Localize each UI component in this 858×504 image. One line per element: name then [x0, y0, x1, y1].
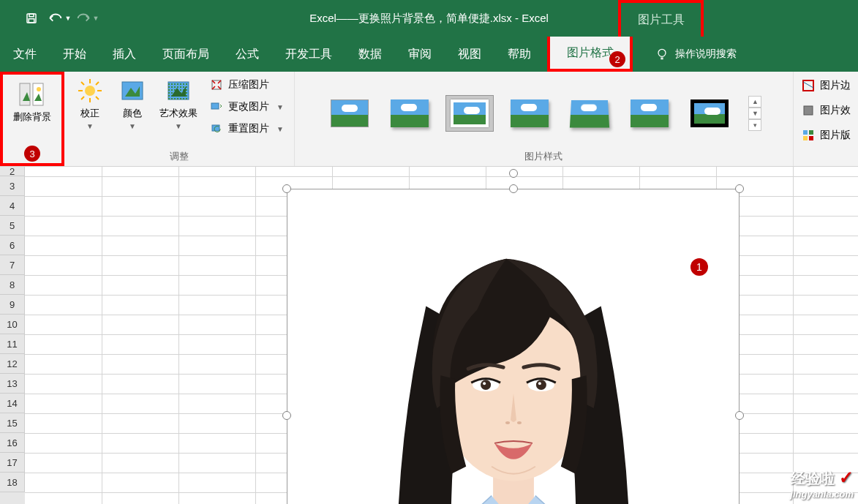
picture-border-button[interactable]: 图片边 — [797, 76, 855, 95]
row-header[interactable]: 16 — [0, 433, 25, 453]
tab-insert[interactable]: 插入 — [99, 37, 149, 72]
row-header[interactable]: 17 — [0, 453, 25, 473]
tab-developer[interactable]: 开发工具 — [272, 37, 345, 72]
row-header[interactable]: 9 — [0, 295, 25, 315]
change-picture-button[interactable]: 更改图片▼ — [205, 97, 288, 116]
picture-icon — [117, 75, 148, 106]
reset-icon — [209, 121, 224, 136]
resize-handle-mid-right[interactable] — [735, 411, 744, 420]
picture-style-2[interactable] — [385, 95, 434, 132]
remove-background-icon — [17, 79, 48, 110]
row-header[interactable]: 11 — [0, 334, 25, 354]
cell-grid[interactable]: 1 — [25, 167, 858, 504]
tab-home[interactable]: 开始 — [50, 37, 99, 72]
tab-view[interactable]: 视图 — [445, 37, 494, 72]
tab-file[interactable]: 文件 — [0, 37, 50, 72]
contextual-tab-picture-tools: 图片工具 — [618, 0, 704, 37]
svg-point-41 — [536, 380, 546, 390]
tab-review[interactable]: 审阅 — [395, 37, 445, 72]
svg-point-42 — [538, 382, 541, 385]
watermark: 经验啦 ✓ jingyanla.com — [790, 467, 854, 500]
gallery-more-button[interactable]: ▾ — [748, 119, 761, 131]
title-bar: ▼ ▼ Excel——更换照片背景色，简单便捷.xlsx - Excel 图片工… — [0, 0, 858, 37]
row-header[interactable]: 13 — [0, 374, 25, 394]
artistic-effects-button[interactable]: 艺术效果▼ — [155, 74, 202, 134]
gallery-down-button[interactable]: ▼ — [748, 108, 761, 119]
svg-rect-4 — [20, 83, 30, 105]
tell-me-search[interactable]: 操作说明搜索 — [655, 37, 737, 72]
svg-rect-32 — [803, 136, 808, 140]
tab-data[interactable]: 数据 — [345, 37, 395, 72]
row-header[interactable]: 18 — [0, 473, 25, 492]
svg-line-15 — [96, 97, 99, 99]
redo-button[interactable]: ▼ — [74, 4, 100, 33]
sun-icon — [75, 75, 105, 106]
svg-point-3 — [658, 49, 666, 56]
annotation-badge-3: 3 — [24, 146, 40, 162]
picture-style-3[interactable] — [445, 95, 494, 132]
tell-me-label: 操作说明搜索 — [675, 48, 737, 61]
picture-style-1[interactable] — [325, 95, 374, 132]
tab-page-layout[interactable]: 页面布局 — [149, 37, 222, 72]
resize-handle-top-right[interactable] — [735, 184, 744, 193]
group-adjust-label: 调整 — [170, 148, 189, 165]
picture-format-highlight: 图片格式 2 — [547, 37, 633, 72]
inserted-photo[interactable] — [287, 189, 739, 504]
remove-background-highlight: 删除背景 3 — [0, 72, 64, 166]
svg-rect-5 — [33, 83, 43, 105]
svg-line-28 — [803, 82, 813, 88]
svg-point-43 — [505, 421, 510, 424]
picture-style-5[interactable] — [565, 95, 614, 132]
row-header[interactable]: 10 — [0, 315, 25, 334]
row-header[interactable]: 14 — [0, 394, 25, 413]
resize-handle-top-left[interactable] — [282, 184, 291, 193]
svg-point-44 — [517, 421, 522, 424]
svg-rect-31 — [809, 130, 813, 135]
color-button[interactable]: 颜色▼ — [113, 74, 152, 134]
picture-effects-button[interactable]: 图片效 — [797, 101, 855, 120]
row-header[interactable]: 6 — [0, 236, 25, 255]
compress-pictures-button[interactable]: 压缩图片 — [205, 75, 288, 94]
undo-button[interactable]: ▼ — [46, 4, 72, 33]
svg-point-9 — [85, 86, 95, 96]
rotate-handle[interactable] — [509, 169, 518, 178]
picture-format-group: 图片边 图片效 图片版 — [794, 72, 858, 166]
row-header[interactable]: 5 — [0, 216, 25, 236]
resize-handle-mid-left[interactable] — [282, 411, 291, 420]
picture-style-6[interactable] — [625, 95, 674, 132]
remove-background-button[interactable]: 删除背景 — [3, 75, 61, 125]
tab-help[interactable]: 帮助 — [494, 37, 544, 72]
svg-line-14 — [81, 82, 84, 85]
svg-point-38 — [481, 380, 491, 390]
group-adjust: 校正▼ 颜色▼ 艺术效果▼ 压缩图片 更改图片▼ — [64, 72, 295, 166]
row-header[interactable]: 2 — [0, 167, 25, 176]
quick-access-toolbar: ▼ ▼ — [0, 4, 100, 33]
gallery-up-button[interactable]: ▲ — [748, 96, 761, 108]
svg-rect-33 — [809, 136, 813, 140]
picture-selection[interactable] — [287, 189, 740, 504]
picture-style-4[interactable] — [505, 95, 554, 132]
corrections-button[interactable]: 校正▼ — [70, 74, 110, 134]
annotation-badge-1: 1 — [690, 258, 708, 276]
row-header[interactable]: 3 — [0, 176, 25, 196]
row-header[interactable]: 15 — [0, 413, 25, 433]
tab-formulas[interactable]: 公式 — [222, 37, 272, 72]
resize-handle-top-mid[interactable] — [509, 184, 518, 193]
svg-rect-25 — [211, 103, 219, 109]
group-styles-label: 图片样式 — [524, 148, 562, 165]
border-icon — [801, 78, 816, 93]
row-header[interactable]: 4 — [0, 196, 25, 216]
worksheet-area: 2 3 4 5 6 7 8 9 10 11 12 13 14 15 16 17 … — [0, 167, 858, 504]
row-headers: 2 3 4 5 6 7 8 9 10 11 12 13 14 15 16 17 … — [0, 167, 25, 504]
group-picture-styles: ▲ ▼ ▾ 图片样式 — [295, 72, 794, 166]
reset-picture-button[interactable]: 重置图片▼ — [205, 119, 288, 138]
svg-rect-1 — [29, 14, 34, 17]
save-button[interactable] — [18, 4, 45, 33]
window-title: Excel——更换照片背景色，简单便捷.xlsx - Excel — [309, 12, 549, 26]
picture-style-7[interactable] — [685, 95, 734, 132]
row-header[interactable]: 8 — [0, 275, 25, 295]
picture-layout-button[interactable]: 图片版 — [797, 126, 855, 145]
row-header[interactable]: 12 — [0, 354, 25, 374]
svg-rect-30 — [803, 130, 808, 135]
row-header[interactable]: 7 — [0, 255, 25, 275]
